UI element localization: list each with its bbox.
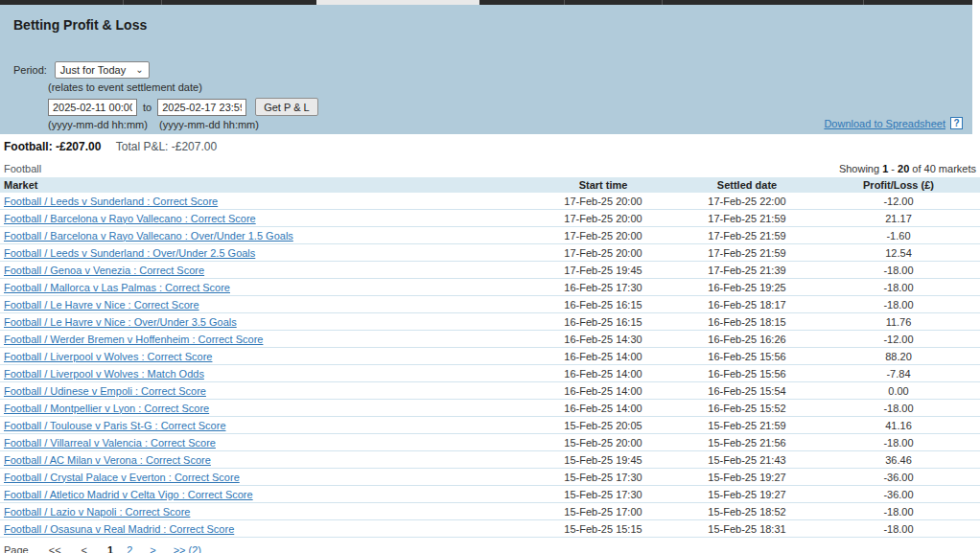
start-time: 16-Feb-25 14:00 <box>533 368 673 380</box>
settled-date: 15-Feb-25 18:31 <box>673 523 821 535</box>
market-link[interactable]: Football / Villarreal v Valencia : Corre… <box>4 437 216 449</box>
showing-markets-count: Showing 1 - 20 of 40 markets <box>839 163 976 174</box>
column-header-profit-loss: Profit/Loss (£) <box>821 179 976 191</box>
profit-loss: -18.00 <box>821 437 976 449</box>
settled-date: 16-Feb-25 15:56 <box>673 368 821 380</box>
period-selected-value: Just for Today <box>60 64 126 76</box>
period-note: (relates to event settlement date) <box>48 81 972 93</box>
market-link[interactable]: Football / Le Havre v Nice : Correct Sco… <box>4 299 199 311</box>
market-link[interactable]: Football / Osasuna v Real Madrid : Corre… <box>4 523 234 535</box>
profit-loss: 12.54 <box>821 247 976 259</box>
page-label: Page <box>4 544 29 553</box>
start-time: 15-Feb-25 20:00 <box>533 437 673 449</box>
market-link[interactable]: Football / Liverpool v Wolves : Match Od… <box>4 368 204 380</box>
download-spreadsheet-link[interactable]: Download to Spreadsheet <box>824 118 945 129</box>
market-link[interactable]: Football / Leeds v Sunderland : Over/Und… <box>4 247 255 259</box>
profit-loss: -18.00 <box>821 282 976 293</box>
table-section-label: Football <box>4 163 41 174</box>
start-time: 17-Feb-25 19:45 <box>533 265 673 276</box>
market-link[interactable]: Football / Barcelona v Rayo Vallecano : … <box>4 230 293 242</box>
market-link[interactable]: Football / Leeds v Sunderland : Correct … <box>4 196 218 207</box>
current-page: 1 <box>107 544 113 553</box>
table-body: Football / Leeds v Sunderland : Correct … <box>0 193 980 538</box>
market-link[interactable]: Football / Mallorca v Las Palmas : Corre… <box>4 282 230 293</box>
market-link[interactable]: Football / Crystal Palace v Everton : Co… <box>4 472 240 483</box>
settled-date: 15-Feb-25 19:27 <box>673 472 821 483</box>
settled-date: 17-Feb-25 21:59 <box>673 213 821 224</box>
start-time: 15-Feb-25 17:30 <box>533 472 673 483</box>
profit-loss: -36.00 <box>821 489 976 500</box>
profit-loss: 88.20 <box>821 351 976 362</box>
settled-date: 16-Feb-25 15:52 <box>673 403 821 414</box>
profit-loss: -18.00 <box>821 506 976 518</box>
start-time: 17-Feb-25 20:00 <box>533 213 673 224</box>
settled-date: 15-Feb-25 21:56 <box>673 437 821 449</box>
market-link[interactable]: Football / AC Milan v Verona : Correct S… <box>4 454 211 466</box>
date-from-input[interactable] <box>48 99 137 116</box>
page-title: Betting Profit & Loss <box>0 5 972 33</box>
profit-loss: -12.00 <box>821 334 976 345</box>
settled-date: 17-Feb-25 21:59 <box>673 247 821 259</box>
table-header-row: Market Start time Settled date Profit/Lo… <box>0 177 980 193</box>
profit-loss: -18.00 <box>821 523 976 535</box>
profit-loss: 21.17 <box>821 213 976 224</box>
settled-date: 15-Feb-25 18:52 <box>673 506 821 518</box>
table-row: Football / Crystal Palace v Everton : Co… <box>0 469 980 486</box>
start-time: 15-Feb-25 17:30 <box>533 489 673 500</box>
settled-date: 16-Feb-25 19:25 <box>673 282 821 293</box>
market-link[interactable]: Football / Werder Bremen v Hoffenheim : … <box>4 334 263 345</box>
table-row: Football / Udinese v Empoli : Correct Sc… <box>0 382 980 400</box>
table-row: Football / Leeds v Sunderland : Over/Und… <box>0 244 980 262</box>
profit-loss: 41.16 <box>821 420 976 431</box>
market-link[interactable]: Football / Montpellier v Lyon : Correct … <box>4 403 209 414</box>
last-page-link[interactable]: >> (2) <box>174 544 201 553</box>
table-row: Football / Liverpool v Wolves : Match Od… <box>0 365 980 382</box>
market-link[interactable]: Football / Le Havre v Nice : Over/Under … <box>4 316 237 328</box>
settled-date: 16-Feb-25 15:54 <box>673 385 821 397</box>
period-label: Period: <box>13 64 47 76</box>
table-row: Football / Villarreal v Valencia : Corre… <box>0 434 980 451</box>
profit-loss: 11.76 <box>821 316 976 328</box>
start-time: 17-Feb-25 20:00 <box>533 230 673 242</box>
market-link[interactable]: Football / Liverpool v Wolves : Correct … <box>4 351 212 362</box>
next-page-link[interactable]: > <box>150 544 155 553</box>
market-link[interactable]: Football / Barcelona v Rayo Vallecano : … <box>4 213 256 224</box>
page-2-link[interactable]: 2 <box>127 544 132 553</box>
get-pl-button[interactable]: Get P & L <box>255 98 318 116</box>
market-link[interactable]: Football / Lazio v Napoli : Correct Scor… <box>4 506 190 518</box>
settled-date: 17-Feb-25 22:00 <box>673 196 821 207</box>
market-link[interactable]: Football / Udinese v Empoli : Correct Sc… <box>4 385 206 397</box>
start-time: 17-Feb-25 20:00 <box>533 196 673 207</box>
pagination: Page << < 1 2 > >> (2) <box>4 544 980 553</box>
table-row: Football / Osasuna v Real Madrid : Corre… <box>0 520 980 538</box>
table-row: Football / Atletico Madrid v Celta Vigo … <box>0 486 980 503</box>
market-link[interactable]: Football / Atletico Madrid v Celta Vigo … <box>4 489 253 500</box>
settled-date: 16-Feb-25 18:17 <box>673 299 821 311</box>
market-link[interactable]: Football / Genoa v Venezia : Correct Sco… <box>4 265 204 276</box>
help-icon[interactable]: ? <box>950 117 963 129</box>
profit-loss: 0.00 <box>821 385 976 397</box>
settled-date: 15-Feb-25 21:59 <box>673 420 821 431</box>
period-select[interactable]: Just for Today ⌄ <box>55 61 150 79</box>
start-time: 15-Feb-25 20:05 <box>533 420 673 431</box>
column-header-settled-date: Settled date <box>673 179 821 191</box>
total-pl: Total P&L: -£207.00 <box>116 140 217 153</box>
table-row: Football / Leeds v Sunderland : Correct … <box>0 193 980 210</box>
column-header-start-time: Start time <box>533 179 673 191</box>
market-link[interactable]: Football / Toulouse v Paris St-G : Corre… <box>4 420 226 431</box>
profit-loss: -36.00 <box>821 472 976 483</box>
chevron-down-icon: ⌄ <box>135 65 143 75</box>
start-time: 16-Feb-25 16:15 <box>533 299 673 311</box>
date-to-input[interactable] <box>157 99 246 116</box>
profit-loss: -18.00 <box>821 403 976 414</box>
profit-loss: 36.46 <box>821 454 976 466</box>
profit-loss: -12.00 <box>821 196 976 207</box>
table-row: Football / Montpellier v Lyon : Correct … <box>0 400 980 417</box>
profit-loss: -1.60 <box>821 230 976 242</box>
table-row: Football / Genoa v Venezia : Correct Sco… <box>0 262 980 279</box>
table-row: Football / Lazio v Napoli : Correct Scor… <box>0 503 980 520</box>
first-page-control: << <box>49 544 61 553</box>
betting-pl-panel: Betting Profit & Loss Period: Just for T… <box>0 5 972 134</box>
table-row: Football / AC Milan v Verona : Correct S… <box>0 451 980 469</box>
table-row: Football / Barcelona v Rayo Vallecano : … <box>0 210 980 227</box>
